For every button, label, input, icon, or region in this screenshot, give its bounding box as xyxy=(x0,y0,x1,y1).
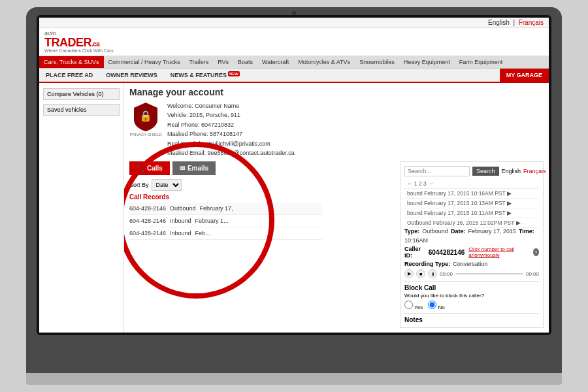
screen-bezel: English | Français auto TRADER.ca Where … xyxy=(37,15,551,335)
outbound-row-2[interactable]: bound February 17, 2015 10:16AM PST ▶ xyxy=(404,189,539,199)
yes-radio[interactable] xyxy=(404,301,413,309)
nav-motorcycles[interactable]: Motorcycles & ATVs xyxy=(293,56,355,68)
recording-val: Conversation xyxy=(453,261,487,267)
call-date-3: Feb... xyxy=(195,230,210,237)
recording-row: Recording Type: Conversation xyxy=(404,261,539,267)
outbound-row-4[interactable]: bound February 17, 2015 10:11AM PST ▶ xyxy=(404,208,539,218)
time-start: 00:00 xyxy=(440,271,453,277)
logo-trader: TRADER.ca xyxy=(44,37,114,48)
tabs-row: 📞 Calls ✉ Emails Sor xyxy=(129,161,544,240)
nav-commercial[interactable]: Commercial / Heavy Trucks xyxy=(104,56,185,68)
sort-select[interactable]: Date Type xyxy=(152,179,182,191)
stop-button[interactable]: ■ xyxy=(416,269,425,278)
main-content: Manage your account 🔒 xyxy=(124,83,549,333)
search-button[interactable]: Search xyxy=(472,167,499,176)
no-radio[interactable] xyxy=(428,301,436,309)
secondary-nav: PLACE FREE AD OWNER REVIEWS NEWS & FEATU… xyxy=(39,69,549,83)
outbound-row-3[interactable]: bound February 17, 2015 10:13AM PST ▶ xyxy=(404,199,539,208)
nav-snowmobiles[interactable]: Snowmobiles xyxy=(355,56,399,68)
help-icon[interactable]: ? xyxy=(533,248,539,256)
no-label[interactable]: No xyxy=(428,301,444,310)
time-val: 10:16AM xyxy=(404,237,428,244)
emails-tab-left[interactable]: ✉ Emails xyxy=(172,161,216,175)
search-row: Search English Français xyxy=(404,166,539,176)
type-val: Outbound xyxy=(422,228,448,235)
detail-french[interactable]: Français xyxy=(523,168,546,174)
email-icon-left: ✉ xyxy=(180,165,185,172)
nav-farm-equipment[interactable]: Farm Equipment xyxy=(455,56,508,68)
calls-tab[interactable]: 📞 Calls xyxy=(129,161,170,175)
masked-phone-line: Masked Phone: 5874108147 xyxy=(167,129,295,139)
nav-heavy-equipment[interactable]: Heavy Equipment xyxy=(399,56,455,68)
place-free-ad[interactable]: PLACE FREE AD xyxy=(39,69,99,82)
call-date-1: February 17, xyxy=(200,205,233,212)
recording-label: Recording Type: xyxy=(404,261,450,267)
welcome-line: Welcome: Consumer Name xyxy=(167,101,295,110)
privacy-shield: 🔒 PRIVACY SHIELD xyxy=(129,101,162,157)
laptop-screen-surround: English | Français auto TRADER.ca Where … xyxy=(26,7,562,373)
english-link[interactable]: English xyxy=(488,19,510,26)
caller-id-label: Caller ID: xyxy=(404,246,425,259)
call-type-1: Outbound xyxy=(170,205,196,212)
block-call-title: Block Call xyxy=(404,284,539,291)
notes-title: Notes xyxy=(404,316,539,323)
outbound-rows: ← 1 2 3 → bound February 17, 2015 10:16A… xyxy=(404,179,539,228)
page-title: Manage your account xyxy=(129,87,544,97)
outbound-row-5[interactable]: Outbound February 16, 2015 12:02PM PST ▶ xyxy=(404,218,539,228)
progress-bar[interactable] xyxy=(455,273,523,274)
outbound-row-1[interactable]: ← 1 2 3 → xyxy=(404,179,539,189)
logo[interactable]: auto TRADER.ca Where Canadians Click Wit… xyxy=(44,31,114,53)
call-record-2[interactable]: 604-428-2146 Inbound February 1... xyxy=(129,215,322,227)
recording-controls: ▶ ■ ⏸ 00:00 00:00 xyxy=(404,269,539,278)
real-email-line: Real Email: knatsvilichvili@privatis.com xyxy=(167,139,295,148)
saved-vehicles-button[interactable]: Saved vehicles xyxy=(43,104,120,116)
real-phone-line: Real Phone: 6047210832 xyxy=(167,120,295,129)
detail-type-date-time: Type: Outbound Date: February 17, 2015 T… xyxy=(404,228,539,244)
owner-reviews[interactable]: OWNER REVIEWS xyxy=(99,69,164,82)
page-body: Compare Vehicles (0) Saved vehicles Mana… xyxy=(39,83,549,333)
block-call-text: Would you like to block this caller? xyxy=(404,293,539,299)
play-button[interactable]: ▶ xyxy=(404,269,414,278)
svg-text:🔒: 🔒 xyxy=(139,110,152,122)
news-features[interactable]: NEWS & FEATURESNEW xyxy=(164,69,246,82)
screen-content: English | Français auto TRADER.ca Where … xyxy=(39,18,549,333)
block-call-section: Block Call Would you like to block this … xyxy=(404,281,539,310)
date-label: Date: xyxy=(451,228,466,235)
caller-id-val: 6044282146 xyxy=(429,249,465,256)
nav-rvs[interactable]: RVs xyxy=(213,56,233,68)
caller-id-row: Caller ID: 6044282146 Click number to ca… xyxy=(404,246,539,259)
call-record-3[interactable]: 604-428-2146 Inbound Feb... xyxy=(129,227,322,240)
detail-english[interactable]: English xyxy=(502,168,521,174)
call-detail-panel: Search English Français ← 1 2 3 → bound … xyxy=(400,161,544,328)
pause-button[interactable]: ⏸ xyxy=(428,269,437,278)
shield-label: PRIVACY SHIELD xyxy=(129,133,161,137)
french-link[interactable]: Français xyxy=(519,19,544,26)
nav-boats[interactable]: Boats xyxy=(233,56,257,68)
yes-label[interactable]: Yes xyxy=(404,301,423,310)
logo-tagline: Where Canadians Click With Cars xyxy=(44,48,114,53)
block-radio-group: Yes No xyxy=(404,301,539,310)
main-nav: Cars, Trucks & SUVs Commercial / Heavy T… xyxy=(39,56,549,69)
sort-row: Sort By Date Type xyxy=(129,179,322,191)
nav-trailers[interactable]: Trailers xyxy=(185,56,214,68)
nav-watercraft[interactable]: Watercraft xyxy=(257,56,293,68)
compare-vehicles-button[interactable]: Compare Vehicles (0) xyxy=(43,88,120,100)
my-garage-button[interactable]: MY GARAGE xyxy=(500,69,549,82)
call-number-2: 604-428-2146 xyxy=(129,218,166,224)
call-type-3: Inbound xyxy=(170,230,191,237)
site-header: auto TRADER.ca Where Canadians Click Wit… xyxy=(39,28,549,56)
sort-label: Sort By xyxy=(129,182,149,188)
call-records-title: Call Records xyxy=(129,193,322,201)
call-number-3: 604-428-2146 xyxy=(129,230,166,237)
account-details: Welcome: Consumer Name Vehicle: 2015, Po… xyxy=(167,101,295,157)
anon-link[interactable]: Click number to call anonymously xyxy=(468,246,529,258)
call-record-1[interactable]: 604-428-2146 Outbound February 17, xyxy=(129,203,322,215)
search-input[interactable] xyxy=(404,166,470,176)
account-info-row: 🔒 PRIVACY SHIELD Welcome: Consumer Name … xyxy=(129,101,544,157)
laptop-base xyxy=(26,373,562,385)
vehicle-line: Vehicle: 2015, Porsche, 911 xyxy=(167,110,295,120)
time-end: 00:00 xyxy=(526,271,539,277)
new-badge: NEW xyxy=(228,71,240,76)
call-number-1: 604-428-2146 xyxy=(129,205,166,212)
nav-cars-trucks[interactable]: Cars, Trucks & SUVs xyxy=(39,56,104,68)
